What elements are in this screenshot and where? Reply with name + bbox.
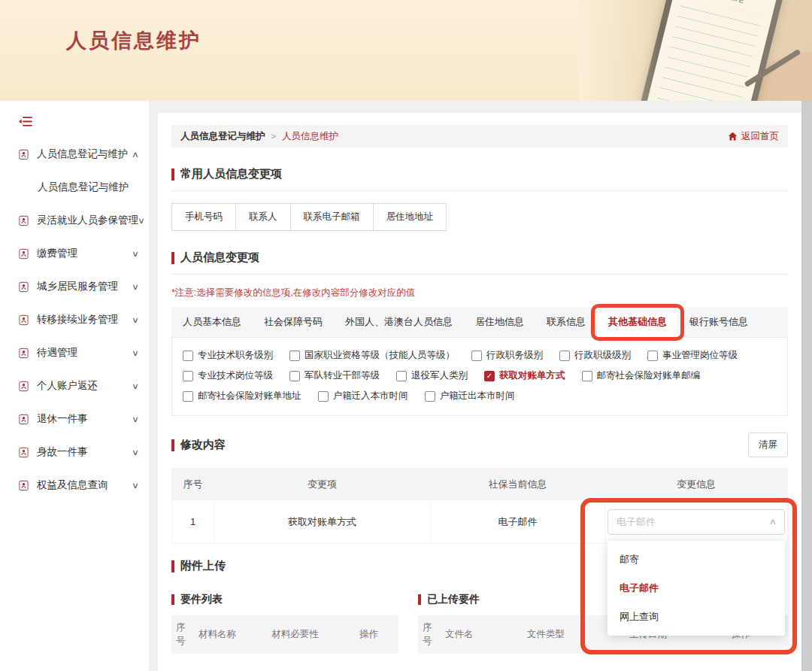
common-section-header: 常用人员信息变更项 — [171, 167, 788, 181]
sidebar-item-label: 退休一件事 — [37, 412, 132, 426]
tab-银行账号信息[interactable]: 银行账号信息 — [678, 307, 759, 337]
account-refund-icon — [18, 381, 29, 392]
section-accent-bar — [171, 252, 174, 264]
modify-section-title: 修改内容 — [180, 438, 226, 452]
tab-居住地信息[interactable]: 居住地信息 — [464, 307, 535, 337]
tab-人员基本信息[interactable]: 人员基本信息 — [171, 307, 253, 337]
common-section-title: 常用人员信息变更项 — [180, 167, 282, 181]
page-title: 人员信息维护 — [66, 27, 201, 54]
required-files-panel: 要件列表 序号材料名称材料必要性操作 暂无数据 — [171, 582, 398, 671]
chevron-down-icon: ∨ — [132, 249, 139, 259]
sidebar-item-7[interactable]: 个人账户返还∨ — [0, 369, 149, 402]
column-header: 材料必要性 — [267, 615, 355, 654]
checkbox-户籍迁出本市时间[interactable]: 户籍迁出本市时间 — [425, 386, 515, 406]
chevron-up-icon: ∧ — [769, 517, 777, 527]
sidebar-subitem[interactable]: 人员信息登记与维护 — [0, 171, 149, 204]
change-note: *注意:选择需要修改的信息项,在修改内容部分修改对应的值 — [171, 287, 788, 299]
sidebar-item-label: 权益及信息查询 — [37, 478, 132, 492]
quick-change-button[interactable]: 联系电子邮箱 — [290, 203, 374, 231]
checkbox-获取对账单方式[interactable]: ✓获取对账单方式 — [484, 366, 565, 386]
checkbox-事业管理岗位等级[interactable]: 事业管理岗位等级 — [647, 345, 738, 366]
change-item-checkboxes: 专业技术职务级别国家职业资格等级（技能人员等级）行政职务级别行政职级级别事业管理… — [171, 337, 788, 416]
tab-其他基础信息[interactable]: 其他基础信息 — [597, 307, 678, 337]
page-banner: 人员信息维护 RESUME — [0, 0, 812, 101]
sidebar-item-label: 个人账户返还 — [37, 379, 132, 393]
dropdown-option-网上查询[interactable]: 网上查询 — [607, 603, 785, 631]
checkbox-邮寄社会保险对账单地址[interactable]: 邮寄社会保险对账单地址 — [183, 386, 301, 406]
checkbox-国家职业资格等级（技能人员等级）[interactable]: 国家职业资格等级（技能人员等级） — [289, 345, 455, 366]
change-item-cell: 获取对账单方式 — [214, 500, 431, 544]
sidebar-item-label: 灵活就业人员参保管理 — [37, 214, 138, 227]
checkbox-label: 行政职级级别 — [574, 345, 631, 366]
column-header: 文件名 — [441, 615, 523, 654]
sidebar-item-8[interactable]: 退休一件事∨ — [0, 402, 149, 436]
column-header: 材料名称 — [194, 615, 267, 654]
info-category-tabs: 人员基本信息社会保障号码外国人、港澳台人员信息居住地信息联系信息其他基础信息银行… — [171, 307, 788, 337]
checkbox-军队转业干部等级[interactable]: 军队转业干部等级 — [289, 366, 380, 386]
modify-table-header-row: 序号变更项社保当前信息变更信息 — [172, 469, 788, 500]
checkbox-icon — [647, 351, 658, 361]
menu-fold-icon[interactable] — [18, 116, 32, 130]
tab-社会保障号码[interactable]: 社会保障号码 — [253, 307, 334, 337]
column-header: 变更信息 — [605, 469, 788, 500]
sidebar-item-10[interactable]: 权益及信息查询∨ — [0, 469, 149, 502]
required-files-title: 要件列表 — [180, 593, 223, 606]
quick-change-button[interactable]: 联系人 — [235, 203, 291, 231]
checkbox-icon — [289, 351, 300, 361]
chevron-down-icon: ∨ — [138, 216, 145, 226]
back-to-home-label: 返回首页 — [741, 130, 779, 143]
id-card-icon — [18, 149, 29, 160]
sidebar: 人员信息登记与维护∧人员信息登记与维护灵活就业人员参保管理∨缴费管理∨城乡居民服… — [0, 101, 149, 671]
sidebar-item-4[interactable]: 城乡居民服务管理∨ — [0, 270, 149, 303]
modify-content-table: 序号变更项社保当前信息变更信息 1 获取对账单方式 电子邮件 电子邮件 ∧ 邮寄… — [171, 468, 788, 544]
change-section-header: 人员信息变更项 — [171, 250, 788, 265]
sidebar-item-2[interactable]: 灵活就业人员参保管理∨ — [0, 204, 149, 237]
checkbox-label: 军队转业干部等级 — [304, 366, 380, 386]
column-header: 社保当前信息 — [431, 469, 605, 500]
tab-外国人、港澳台人员信息[interactable]: 外国人、港澳台人员信息 — [334, 307, 464, 337]
scrollbar-track[interactable] — [801, 101, 812, 671]
banner-photo-overlay — [579, 0, 812, 101]
attachment-section-title: 附件上传 — [180, 559, 226, 573]
change-value-select[interactable]: 电子邮件 ∧ — [607, 509, 785, 535]
tab-联系信息[interactable]: 联系信息 — [535, 307, 597, 337]
sidebar-item-9[interactable]: 身故一件事∨ — [0, 436, 149, 469]
checkbox-label: 专业技术岗位等级 — [198, 366, 273, 386]
checkbox-icon — [183, 391, 193, 402]
checkbox-专业技术岗位等级[interactable]: 专业技术岗位等级 — [183, 366, 273, 386]
benefits-icon — [18, 348, 29, 359]
sidebar-item-label: 缴费管理 — [37, 247, 132, 260]
checkbox-label: 获取对账单方式 — [499, 366, 565, 386]
quick-change-button[interactable]: 手机号码 — [171, 203, 236, 231]
back-to-home-link[interactable]: 返回首页 — [728, 130, 779, 143]
clear-screen-button[interactable]: 清屏 — [748, 433, 788, 457]
sidebar-item-label: 城乡居民服务管理 — [37, 280, 132, 293]
sidebar-menu: 人员信息登记与维护∧人员信息登记与维护灵活就业人员参保管理∨缴费管理∨城乡居民服… — [0, 138, 149, 502]
quick-change-button[interactable]: 居住地地址 — [373, 203, 447, 231]
checkbox-label: 邮寄社会保险对账单邮编 — [597, 366, 701, 386]
checkbox-邮寄社会保险对账单邮编[interactable]: 邮寄社会保险对账单邮编 — [582, 366, 701, 386]
checkbox-行政职务级别[interactable]: 行政职务级别 — [471, 345, 543, 366]
checkbox-label: 户籍迁入本市时间 — [333, 386, 408, 406]
sidebar-item-3[interactable]: 缴费管理∨ — [0, 237, 149, 270]
new-value-cell: 电子邮件 ∧ 邮寄电子邮件网上查询 — [605, 500, 788, 544]
current-value-cell: 电子邮件 — [431, 500, 605, 544]
quick-change-buttons: 手机号码联系人联系电子邮箱居住地地址 — [171, 203, 788, 231]
checkbox-label: 事业管理岗位等级 — [662, 345, 738, 366]
chevron-down-icon: ∨ — [132, 481, 139, 490]
checkbox-退役军人类别[interactable]: 退役军人类别 — [396, 366, 468, 386]
checkbox-专业技术职务级别[interactable]: 专业技术职务级别 — [183, 345, 273, 366]
sidebar-item-5[interactable]: 转移接续业务管理∨ — [0, 303, 149, 336]
sidebar-item-6[interactable]: 待遇管理∨ — [0, 336, 149, 369]
checkbox-label: 户籍迁出本市时间 — [440, 386, 515, 406]
checkbox-行政职级级别[interactable]: 行政职级级别 — [559, 345, 631, 366]
dropdown-option-电子邮件[interactable]: 电子邮件 — [607, 574, 785, 603]
chevron-down-icon: ∨ — [132, 348, 139, 358]
sidebar-item-1[interactable]: 人员信息登记与维护∧ — [0, 138, 149, 171]
tab-label: 联系信息 — [547, 315, 586, 329]
breadcrumb-separator: > — [271, 132, 276, 141]
dropdown-option-邮寄[interactable]: 邮寄 — [607, 545, 785, 574]
checkbox-户籍迁入本市时间[interactable]: 户籍迁入本市时间 — [318, 386, 408, 406]
tab-label: 居住地信息 — [475, 315, 524, 329]
breadcrumb-parent[interactable]: 人员信息登记与维护 — [180, 130, 265, 143]
